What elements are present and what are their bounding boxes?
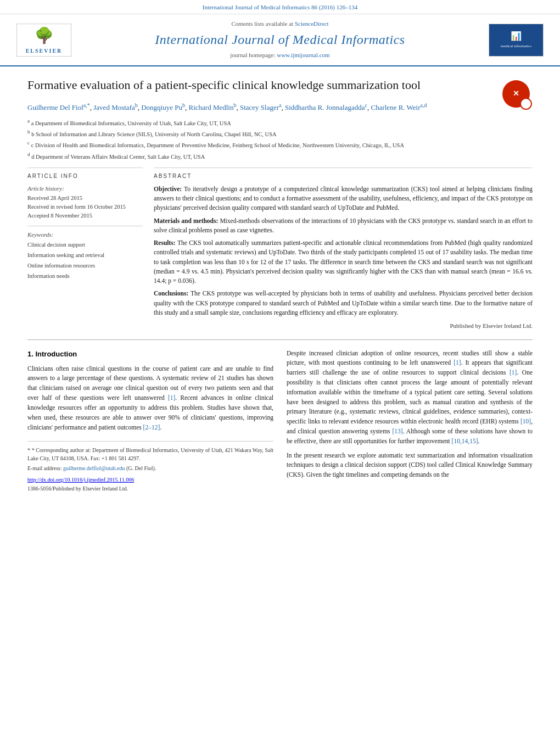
email-link[interactable]: guilherme.delfiol@utah.edu — [63, 465, 125, 471]
author-guilherme: Guilherme Del Fiol — [27, 104, 83, 112]
elsevier-logo: 🌳 ELSEVIER — [16, 24, 71, 57]
journal-title: International Journal of Medical Informa… — [77, 31, 483, 49]
elsevier-label: ELSEVIER — [26, 47, 63, 55]
affiliation-c: c c Division of Health and Biomedical In… — [27, 140, 533, 149]
published-by: Published by Elsevier Ireland Ltd. — [154, 322, 533, 330]
journal-header-center: Contents lists available at ScienceDirec… — [77, 20, 483, 59]
elsevier-logo-container: 🌳 ELSEVIER — [16, 24, 77, 57]
accepted-date: Accepted 8 November 2015 — [27, 211, 143, 220]
journal-homepage: journal homepage: www.ijmijournal.com — [77, 51, 483, 59]
journal-top-bar: International Journal of Medical Informa… — [0, 0, 560, 14]
body-right-para2: In the present research we explore autom… — [287, 451, 533, 480]
main-divider — [27, 339, 533, 340]
objective-label: Objective: — [154, 186, 182, 192]
footnote-star: * * Corresponding author at: Department … — [27, 446, 273, 462]
results-text: The CKS tool automatically summarizes pa… — [154, 239, 533, 284]
author-charlene: Charlene R. Weir — [371, 104, 420, 112]
authors: Guilherme Del Fiola,*, Javed Mostafab, D… — [27, 102, 533, 113]
ref-1b[interactable]: [1] — [453, 359, 461, 366]
contents-line: Contents lists available at ScienceDirec… — [77, 20, 483, 28]
affiliations: a a Department of Biomedical Informatics… — [27, 118, 533, 161]
received-date: Received 28 April 2015 — [27, 194, 143, 203]
history-label: Article history: — [27, 185, 143, 193]
keywords-label: Keywords: — [27, 231, 143, 239]
keyword-4: Information needs — [27, 271, 143, 282]
author-dongqiuye: Dongqiuye Pu — [141, 104, 182, 112]
conclusions-label: Conclusions: — [154, 290, 188, 297]
sciencedirect-link[interactable]: ScienceDirect — [295, 20, 329, 27]
article-info-abstract-row: ARTICLE INFO Article history: Received 2… — [27, 168, 533, 331]
journal-header-right: 📊 medical informatics — [483, 24, 544, 57]
article-title: Formative evaluation of a patient-specif… — [27, 77, 533, 93]
conclusions-text: The CKS prototype was well-accepted by p… — [154, 290, 533, 316]
doi-link[interactable]: http://dx.doi.org/10.1016/j.ijmedinf.201… — [27, 477, 134, 483]
body-two-col: 1. Introduction Clinicians often raise c… — [27, 349, 533, 493]
footnotes: * * Corresponding author at: Department … — [27, 441, 273, 493]
crossmark-badge: ✕ — [500, 77, 533, 110]
crossmark-icon: ✕ — [502, 80, 530, 108]
body-left-para1: Clinicians often raise clinical question… — [27, 364, 273, 433]
results-label: Results: — [154, 239, 176, 246]
author-richard: Richard Medlin — [188, 104, 233, 112]
objective-text: To iteratively design a prototype of a c… — [154, 186, 533, 211]
article-title-section: Formative evaluation of a patient-specif… — [27, 77, 533, 93]
methods-label: Materials and methods: — [154, 217, 218, 224]
journal-logo-right: 📊 medical informatics — [489, 24, 544, 57]
ref-10a[interactable]: [10] — [520, 418, 531, 425]
abstract-label: ABSTRACT — [154, 172, 533, 180]
elsevier-tree-icon: 🌳 — [35, 25, 54, 46]
keyword-2: Information seeking and retrieval — [27, 250, 143, 261]
body-col-left: 1. Introduction Clinicians often raise c… — [27, 349, 273, 493]
issn-line: 1386-5056/Published by Elsevier Ireland … — [27, 484, 273, 493]
keywords-list: Clinical decision support Information se… — [27, 240, 143, 282]
journal-logo-icon: 📊 — [511, 30, 522, 42]
keyword-1: Clinical decision support — [27, 240, 143, 250]
affiliation-d: d d Department of Veterans Affairs Medic… — [27, 151, 533, 161]
keywords-section: Keywords: Clinical decision support Info… — [27, 231, 143, 282]
section1-heading: 1. Introduction — [27, 349, 273, 360]
ref-2-12[interactable]: [2–12] — [143, 424, 160, 431]
abstract-methods: Materials and methods: Mixed-methods obs… — [154, 216, 533, 236]
abstract-results: Results: The CKS tool automatically summ… — [154, 238, 533, 286]
received-revised-date: Received in revised form 16 October 2015 — [27, 203, 143, 211]
ref-13[interactable]: [13] — [392, 428, 402, 434]
main-content: Formative evaluation of a patient-specif… — [0, 66, 560, 504]
info-divider — [27, 226, 143, 226]
affiliation-a: a a Department of Biomedical Informatics… — [27, 118, 533, 127]
author-stacey: Stacey Slager — [240, 104, 279, 112]
body-right-para1: Despite increased clinician adoption of … — [287, 349, 533, 447]
ref-1a[interactable]: [1] — [168, 394, 175, 401]
abstract-objective: Objective: To iteratively design a proto… — [154, 185, 533, 213]
body-col-right: Despite increased clinician adoption of … — [287, 349, 533, 493]
abstract-conclusions: Conclusions: The CKS prototype was well-… — [154, 289, 533, 317]
ref-10b[interactable]: [10,14,15] — [452, 438, 478, 444]
footnote-email: E-mail address: guilherme.delfiol@utah.e… — [27, 464, 273, 472]
article-info-column: ARTICLE INFO Article history: Received 2… — [27, 168, 143, 331]
affiliation-b: b b School of Information and Library Sc… — [27, 129, 533, 138]
author-javed: Javed Mostafa — [93, 104, 135, 112]
abstract-column: ABSTRACT Objective: To iteratively desig… — [154, 168, 533, 331]
article-info-label: ARTICLE INFO — [27, 172, 143, 180]
keyword-3: Online information resources — [27, 261, 143, 271]
author-siddhartha: Siddhartha R. Jonnalagadda — [285, 104, 365, 112]
journal-header: 🌳 ELSEVIER Contents lists available at S… — [0, 14, 560, 66]
journal-citation: International Journal of Medical Informa… — [203, 4, 358, 10]
page: International Journal of Medical Informa… — [0, 0, 560, 742]
doi-line: http://dx.doi.org/10.1016/j.ijmedinf.201… — [27, 476, 273, 484]
journal-url[interactable]: www.ijmijournal.com — [277, 52, 329, 58]
article-history: Article history: Received 28 April 2015 … — [27, 185, 143, 220]
ref-1c[interactable]: [1] — [509, 369, 517, 376]
